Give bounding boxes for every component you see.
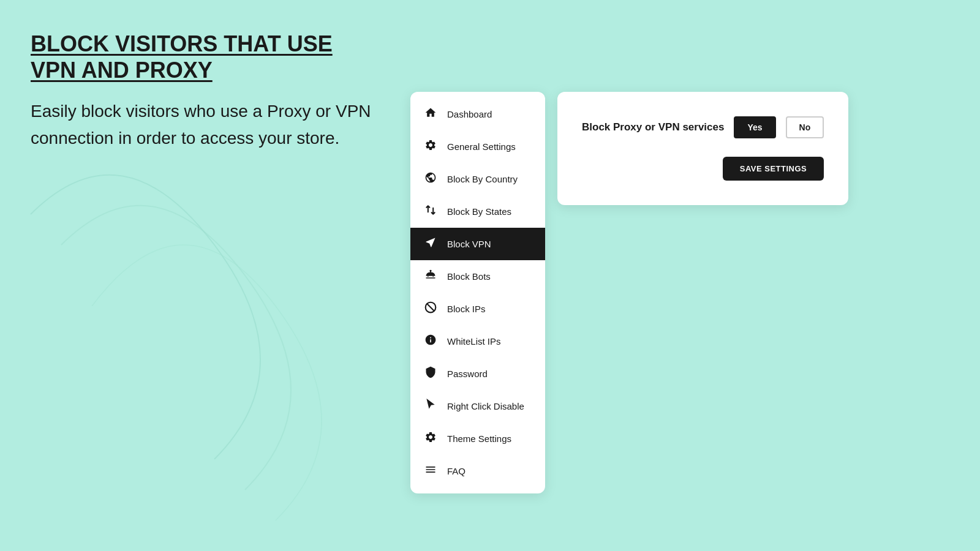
sidebar-item-label-block-country: Block By Country: [447, 174, 518, 184]
sidebar-item-right-click-disable[interactable]: Right Click Disable: [410, 390, 545, 422]
description: Easily block visitors who use a Proxy or…: [31, 98, 374, 151]
block-ips-icon: [424, 301, 437, 317]
sidebar-item-dashboard[interactable]: Dashboard: [410, 98, 545, 130]
main-title: BLOCK VISITORS THAT USE VPN AND PROXY: [31, 31, 374, 83]
sidebar-item-label-right-click-disable: Right Click Disable: [447, 401, 524, 411]
block-country-icon: [424, 171, 437, 187]
theme-settings-icon: [424, 431, 437, 446]
right-click-disable-icon: [424, 399, 437, 414]
sidebar-item-general-settings[interactable]: General Settings: [410, 130, 545, 163]
svg-line-1: [427, 304, 434, 311]
sidebar-item-label-dashboard: Dashboard: [447, 109, 492, 119]
block-bots-icon: [424, 269, 437, 284]
sidebar-item-block-vpn[interactable]: Block VPN: [410, 228, 545, 260]
dashboard-icon: [424, 107, 437, 122]
sidebar-item-label-general-settings: General Settings: [447, 141, 516, 152]
content-panel: Block Proxy or VPN services Yes No SAVE …: [557, 92, 848, 205]
sidebar-item-theme-settings[interactable]: Theme Settings: [410, 422, 545, 455]
general-settings-icon: [424, 139, 437, 154]
block-vpn-icon: [424, 236, 437, 252]
sidebar-item-password[interactable]: Password: [410, 358, 545, 390]
sidebar-item-whitelist-ips[interactable]: WhiteList IPs: [410, 325, 545, 358]
sidebar-item-faq[interactable]: FAQ: [410, 455, 545, 487]
save-row: SAVE SETTINGS: [582, 157, 824, 181]
sidebar-item-label-password: Password: [447, 369, 488, 379]
sidebar-item-block-ips[interactable]: Block IPs: [410, 293, 545, 325]
sidebar-item-block-states[interactable]: Block By States: [410, 195, 545, 228]
password-icon: [424, 366, 437, 381]
sidebar-item-label-block-vpn: Block VPN: [447, 239, 491, 249]
save-settings-button[interactable]: SAVE SETTINGS: [723, 157, 824, 181]
sidebar-item-label-whitelist-ips: WhiteList IPs: [447, 336, 501, 347]
sidebar-item-block-bots[interactable]: Block Bots: [410, 260, 545, 293]
right-section: DashboardGeneral SettingsBlock By Countr…: [410, 24, 949, 493]
whitelist-ips-icon: [424, 334, 437, 349]
vpn-block-row: Block Proxy or VPN services Yes No: [582, 116, 824, 138]
faq-icon: [424, 463, 437, 479]
left-section: BLOCK VISITORS THAT USE VPN AND PROXY Ea…: [31, 24, 374, 151]
yes-button[interactable]: Yes: [734, 116, 775, 138]
vpn-block-label: Block Proxy or VPN services: [582, 121, 724, 133]
sidebar-item-block-country[interactable]: Block By Country: [410, 163, 545, 195]
no-button[interactable]: No: [786, 116, 824, 138]
sidebar-item-label-faq: FAQ: [447, 466, 466, 476]
sidebar-item-label-block-bots: Block Bots: [447, 271, 491, 282]
sidebar-item-label-theme-settings: Theme Settings: [447, 433, 511, 444]
block-states-icon: [424, 204, 437, 219]
sidebar-item-label-block-states: Block By States: [447, 206, 511, 217]
sidebar-menu: DashboardGeneral SettingsBlock By Countr…: [410, 92, 545, 493]
sidebar-item-label-block-ips: Block IPs: [447, 304, 486, 314]
